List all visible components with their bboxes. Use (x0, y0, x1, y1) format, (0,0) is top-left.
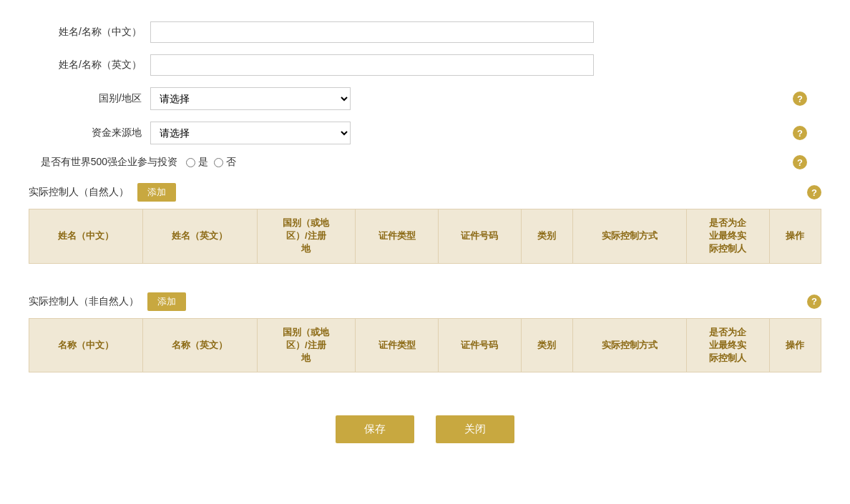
fortune500-label: 是否有世界500强企业参与投资 (29, 156, 186, 169)
radio-no[interactable] (214, 158, 223, 167)
non-natural-title: 实际控制人（非自然人） (29, 295, 139, 308)
np-col-name-cn: 姓名（中文） (29, 209, 143, 264)
non-natural-table-header-row: 名称（中文） 名称（英文） 国别（或地区）/注册地 证件类型 证件号码 类别 实… (29, 318, 821, 372)
close-button[interactable]: 关闭 (436, 415, 514, 443)
non-natural-empty-row (29, 372, 821, 387)
natural-person-table-header-row: 姓名（中文） 姓名（英文） 国别（或地区）/注册地 证件类型 证件号码 类别 实… (29, 209, 821, 264)
name-en-input[interactable] (150, 54, 594, 76)
np-col-category: 类别 (521, 209, 572, 264)
non-natural-table: 名称（中文） 名称（英文） 国别（或地区）/注册地 证件类型 证件号码 类别 实… (29, 318, 821, 387)
np-col-action: 操作 (769, 209, 821, 264)
radio-no-label[interactable]: 否 (214, 156, 236, 169)
name-cn-label: 姓名/名称（中文） (29, 26, 150, 39)
nnp-col-category: 类别 (521, 318, 572, 372)
non-natural-section: 实际控制人（非自然人） 添加 ? 名称（中文） 名称（英文） 国别（或地区）/注… (29, 292, 821, 387)
np-col-cert-no: 证件号码 (438, 209, 521, 264)
nnp-col-control-method: 实际控制方式 (572, 318, 686, 372)
natural-person-help-icon[interactable]: ? (807, 185, 821, 199)
radio-yes-text: 是 (198, 156, 208, 169)
fortune500-row: 是否有世界500强企业参与投资 是 否 ? (29, 156, 821, 169)
np-col-control-method: 实际控制方式 (572, 209, 686, 264)
nnp-col-cert-no: 证件号码 (438, 318, 521, 372)
nnp-col-final-controller: 是否为企业最终实际控制人 (687, 318, 770, 372)
np-col-name-en: 姓名（英文） (143, 209, 257, 264)
fund-source-label: 资金来源地 (29, 127, 150, 139)
name-cn-row: 姓名/名称（中文） (29, 21, 821, 43)
action-buttons-bar: 保存 关闭 (29, 415, 821, 465)
fortune500-radio-group: 是 否 (186, 156, 236, 169)
radio-yes-label[interactable]: 是 (186, 156, 208, 169)
nnp-col-name-cn: 名称（中文） (29, 318, 143, 372)
np-col-country: 国别（或地区）/注册地 (257, 209, 356, 264)
natural-person-add-btn[interactable]: 添加 (137, 183, 176, 202)
name-en-row: 姓名/名称（英文） (29, 54, 821, 76)
nnp-col-action: 操作 (769, 318, 821, 372)
country-label: 国别/地区 (29, 92, 150, 105)
np-col-cert-type: 证件类型 (356, 209, 439, 264)
country-select[interactable]: 请选择 (150, 87, 351, 110)
radio-no-text: 否 (226, 156, 236, 169)
natural-person-title: 实际控制人（自然人） (29, 186, 129, 199)
natural-person-empty-row (29, 263, 821, 278)
country-row: 国别/地区 请选择 ? (29, 87, 821, 110)
save-button[interactable]: 保存 (336, 415, 414, 443)
radio-yes[interactable] (186, 158, 195, 167)
non-natural-header: 实际控制人（非自然人） 添加 ? (29, 292, 821, 311)
fund-source-help-icon[interactable]: ? (793, 126, 807, 140)
natural-person-header: 实际控制人（自然人） 添加 ? (29, 183, 821, 202)
nnp-col-name-en: 名称（英文） (143, 318, 257, 372)
name-cn-input[interactable] (150, 21, 594, 43)
non-natural-help-icon[interactable]: ? (807, 295, 821, 309)
natural-person-section: 实际控制人（自然人） 添加 ? 姓名（中文） 姓名（英文） 国别（或地区）/注册… (29, 183, 821, 278)
non-natural-add-btn[interactable]: 添加 (147, 292, 186, 311)
fund-source-row: 资金来源地 请选择 ? (29, 122, 821, 144)
country-help-icon[interactable]: ? (793, 92, 807, 106)
np-col-final-controller: 是否为企业最终实际控制人 (687, 209, 770, 264)
nnp-col-country: 国别（或地区）/注册地 (257, 318, 356, 372)
name-en-label: 姓名/名称（英文） (29, 59, 150, 71)
natural-person-table: 姓名（中文） 姓名（英文） 国别（或地区）/注册地 证件类型 证件号码 类别 实… (29, 209, 821, 278)
nnp-col-cert-type: 证件类型 (356, 318, 439, 372)
fund-source-select[interactable]: 请选择 (150, 122, 351, 144)
fortune500-help-icon[interactable]: ? (793, 155, 807, 169)
